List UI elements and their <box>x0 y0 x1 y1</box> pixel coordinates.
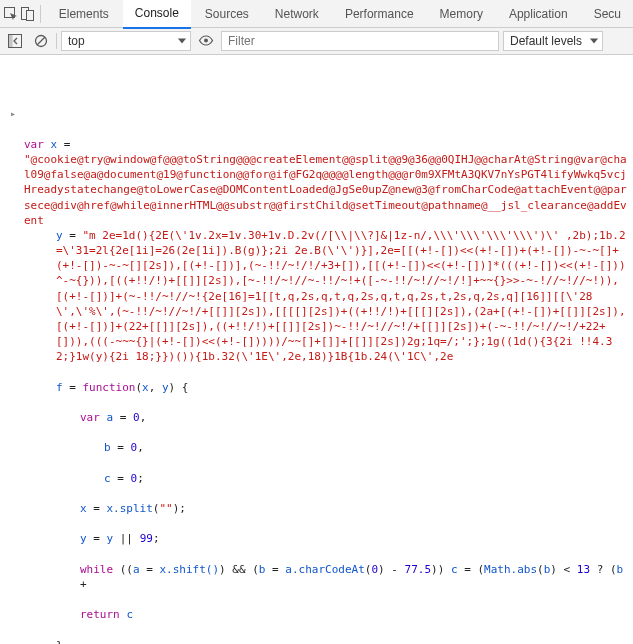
token-identifier: c <box>104 472 111 485</box>
token-identifier: y <box>107 532 114 545</box>
token-number: 77.5 <box>405 563 432 576</box>
token-operator: = <box>69 381 76 394</box>
token-identifier: y <box>162 381 169 394</box>
sidebar-toggle-icon[interactable] <box>4 30 26 52</box>
token-identifier: f <box>56 381 63 394</box>
token-punct: ; <box>137 472 144 485</box>
token-identifier: b <box>104 441 111 454</box>
token-identifier: c <box>126 608 133 621</box>
filter-input[interactable] <box>221 31 499 51</box>
token-identifier: y <box>80 532 87 545</box>
token-string: "@cookie@try@window@f@@@toString@@@creat… <box>24 153 627 227</box>
token-operator: = <box>120 411 127 424</box>
token-identifier: x <box>80 502 87 515</box>
token-operator: = <box>117 441 124 454</box>
token-punct: , <box>137 441 144 454</box>
svg-point-7 <box>204 39 208 43</box>
token-identifier: a.charCodeAt <box>285 563 364 576</box>
console-output: ▸ var x = "@cookie@try@window@f@@@toStri… <box>0 55 633 644</box>
token-punct: ; <box>153 532 160 545</box>
device-icon[interactable] <box>20 4 34 24</box>
svg-rect-4 <box>9 35 13 48</box>
token-operator: = <box>93 532 100 545</box>
tab-performance[interactable]: Performance <box>333 0 426 28</box>
token-punct: { <box>182 381 189 394</box>
chevron-right-icon[interactable]: ▸ <box>10 107 16 121</box>
tab-sources[interactable]: Sources <box>193 0 261 28</box>
token-identifier: x.shift() <box>160 563 220 576</box>
token-operator: && <box>232 563 245 576</box>
token-keyword: var <box>80 411 100 424</box>
token-operator: = <box>93 502 100 515</box>
token-number: 0 <box>133 411 140 424</box>
token-identifier: Math.abs <box>484 563 537 576</box>
token-identifier: x.split <box>107 502 153 515</box>
context-selector[interactable]: top <box>61 31 191 51</box>
token-identifier: x <box>142 381 149 394</box>
token-identifier: a <box>133 563 140 576</box>
token-identifier: b <box>259 563 266 576</box>
inspect-icon[interactable] <box>4 4 18 24</box>
tab-application[interactable]: Application <box>497 0 580 28</box>
token-identifier: b <box>617 563 624 576</box>
devtools-tabbar: Elements Console Sources Network Perform… <box>0 0 633 28</box>
token-punct: ); <box>173 502 186 515</box>
token-keyword: return <box>80 608 120 621</box>
token-identifier: a <box>107 411 114 424</box>
token-operator: = <box>117 472 124 485</box>
token-punct: , <box>140 411 147 424</box>
toolbar-divider <box>56 33 57 49</box>
context-selector-value: top <box>68 34 85 48</box>
chevron-down-icon <box>178 39 186 44</box>
tab-security[interactable]: Secu <box>582 0 633 28</box>
token-identifier: x <box>51 138 58 151</box>
token-identifier: y <box>56 229 63 242</box>
token-keyword: function <box>83 381 136 394</box>
eye-icon[interactable] <box>195 30 217 52</box>
log-levels-selector[interactable]: Default levels <box>503 31 603 51</box>
log-levels-value: Default levels <box>510 34 582 48</box>
tab-memory[interactable]: Memory <box>428 0 495 28</box>
svg-rect-2 <box>27 10 34 20</box>
token-identifier: c <box>451 563 458 576</box>
token-operator: ? <box>597 563 604 576</box>
chevron-down-icon <box>590 39 598 44</box>
token-keyword: var <box>24 138 44 151</box>
token-number: 99 <box>140 532 153 545</box>
token-string: "m 2e=1d(){2E(\'1v.2x=1v.30+1v.D.2v(/[\\… <box>56 229 626 363</box>
token-operator: = <box>69 229 76 242</box>
token-operator: || <box>120 532 133 545</box>
token-string: "" <box>159 502 172 515</box>
svg-line-6 <box>37 37 45 45</box>
tab-divider <box>40 5 41 23</box>
tab-network[interactable]: Network <box>263 0 331 28</box>
token-keyword: while <box>80 563 113 576</box>
console-entry: ▸ var x = "@cookie@try@window@f@@@toStri… <box>24 105 629 644</box>
console-toolbar: top Default levels <box>0 28 633 55</box>
token-number: 13 <box>577 563 590 576</box>
tab-elements[interactable]: Elements <box>47 0 121 28</box>
tab-console[interactable]: Console <box>123 0 191 29</box>
token-punct: }, <box>56 639 69 644</box>
clear-console-icon[interactable] <box>30 30 52 52</box>
token-operator: = <box>64 138 71 151</box>
